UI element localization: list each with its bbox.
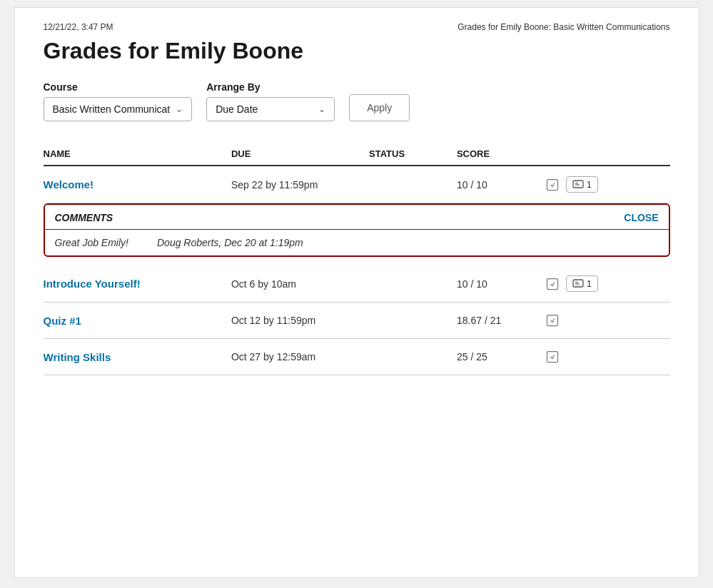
due-date: Oct 27 by 12:59am xyxy=(231,339,369,375)
comment-text: Great Job Emily! xyxy=(55,237,128,248)
col-header-status: STATUS xyxy=(369,143,457,166)
actions-cell xyxy=(545,349,670,365)
svg-rect-4 xyxy=(547,278,557,289)
comment-author: Doug Roberts, Dec 20 at 1:19pm xyxy=(157,237,303,248)
due-date: Oct 12 by 11:59pm xyxy=(231,303,369,339)
score-value: 10 / 10 xyxy=(457,265,545,303)
filters-section: Course Basic Written Communicat ⌄ Arrang… xyxy=(44,81,670,121)
table-row: Introduce Yourself!Oct 6 by 10am10 / 10 … xyxy=(44,265,670,303)
svg-rect-5 xyxy=(573,280,583,287)
submission-check-icon[interactable] xyxy=(545,276,560,292)
submission-check-icon[interactable] xyxy=(545,313,560,328)
assignment-name-link[interactable]: Welcome! xyxy=(44,178,94,191)
col-header-name: NAME xyxy=(44,143,231,166)
svg-rect-0 xyxy=(547,179,557,190)
comments-label: COMMENTS xyxy=(55,212,113,223)
arrange-select[interactable]: Due Date ⌄ xyxy=(206,97,335,121)
status-cell xyxy=(369,303,457,339)
col-header-actions xyxy=(545,143,670,166)
submission-check-icon[interactable] xyxy=(545,349,560,365)
arrange-chevron-icon: ⌄ xyxy=(318,104,325,114)
comment-badge[interactable]: 1 xyxy=(566,275,598,292)
comments-panel-row: COMMENTSCLOSEGreat Job Emily!Doug Robert… xyxy=(44,203,670,266)
course-label: Course xyxy=(44,81,193,93)
page-container: 12/21/22, 3:47 PM Grades for Emily Boone… xyxy=(14,7,699,578)
table-row: Quiz #1Oct 12 by 11:59pm18.67 / 21 xyxy=(44,303,670,339)
arrange-filter-group: Arrange By Due Date ⌄ xyxy=(206,81,335,121)
comment-badge[interactable]: 1 xyxy=(566,176,598,193)
svg-rect-1 xyxy=(573,181,583,188)
close-comments-button[interactable]: CLOSE xyxy=(624,212,658,223)
page-title: Grades for Emily Boone xyxy=(44,38,670,64)
score-value: 18.67 / 21 xyxy=(457,303,545,339)
assignment-name-link[interactable]: Introduce Yourself! xyxy=(44,278,141,290)
comments-panel-header: COMMENTSCLOSE xyxy=(45,205,669,230)
table-row: Welcome!Sep 22 by 11:59pm10 / 10 1 xyxy=(44,166,670,203)
arrange-select-value: Due Date xyxy=(216,103,258,115)
actions-cell: 1 xyxy=(545,275,670,292)
score-value: 10 / 10 xyxy=(457,166,545,203)
table-header: NAME DUE STATUS SCORE xyxy=(44,143,670,166)
print-date: 12/21/22, 3:47 PM xyxy=(44,22,113,32)
submission-check-icon[interactable] xyxy=(545,177,560,193)
table-body: Welcome!Sep 22 by 11:59pm10 / 10 1COMMEN… xyxy=(44,166,670,375)
actions-cell: 1 xyxy=(545,176,670,193)
course-select[interactable]: Basic Written Communicat ⌄ xyxy=(44,97,193,121)
col-header-due: DUE xyxy=(231,143,369,166)
table-row: Writing SkillsOct 27 by 12:59am25 / 25 xyxy=(44,339,670,375)
comments-body: Great Job Emily!Doug Roberts, Dec 20 at … xyxy=(45,230,669,255)
course-filter-group: Course Basic Written Communicat ⌄ xyxy=(44,81,193,121)
print-header: 12/21/22, 3:47 PM Grades for Emily Boone… xyxy=(44,22,670,32)
assignment-name-link[interactable]: Writing Skills xyxy=(44,351,111,363)
grades-table: NAME DUE STATUS SCORE Welcome!Sep 22 by … xyxy=(44,143,670,375)
actions-cell xyxy=(545,313,670,328)
col-header-score: SCORE xyxy=(457,143,545,166)
print-page-title: Grades for Emily Boone: Basic Written Co… xyxy=(457,22,669,32)
assignment-name-link[interactable]: Quiz #1 xyxy=(44,315,81,327)
arrange-label: Arrange By xyxy=(206,81,335,93)
status-cell xyxy=(369,339,457,375)
course-chevron-icon: ⌄ xyxy=(176,104,183,114)
svg-rect-9 xyxy=(547,352,557,363)
due-date: Oct 6 by 10am xyxy=(231,265,369,303)
comments-panel: COMMENTSCLOSEGreat Job Emily!Doug Robert… xyxy=(44,203,670,257)
course-select-value: Basic Written Communicat xyxy=(53,103,171,115)
status-cell xyxy=(369,265,457,303)
status-cell xyxy=(369,166,457,203)
svg-rect-8 xyxy=(547,315,557,326)
due-date: Sep 22 by 11:59pm xyxy=(231,166,369,203)
apply-button[interactable]: Apply xyxy=(349,94,410,121)
score-value: 25 / 25 xyxy=(457,339,545,375)
